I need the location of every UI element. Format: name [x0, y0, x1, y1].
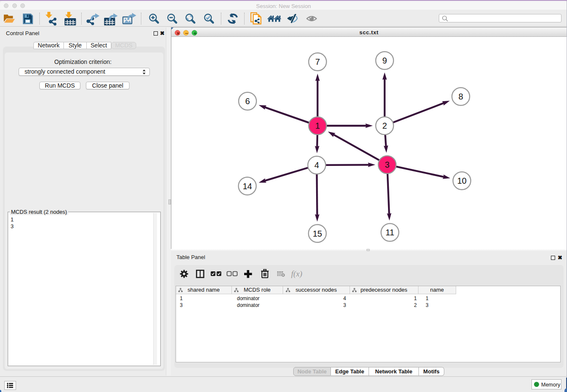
svg-text:6: 6	[245, 97, 250, 106]
svg-text:11: 11	[385, 228, 394, 237]
svg-text:2: 2	[382, 121, 387, 130]
svg-text:3: 3	[385, 160, 389, 169]
svg-text:15: 15	[313, 229, 322, 238]
svg-text:4: 4	[314, 160, 319, 170]
svg-text:8: 8	[458, 92, 463, 101]
svg-text:1: 1	[315, 121, 320, 130]
svg-text:9: 9	[382, 56, 387, 65]
svg-text:10: 10	[457, 176, 466, 185]
svg-text:14: 14	[242, 182, 252, 191]
svg-text:7: 7	[315, 57, 320, 66]
